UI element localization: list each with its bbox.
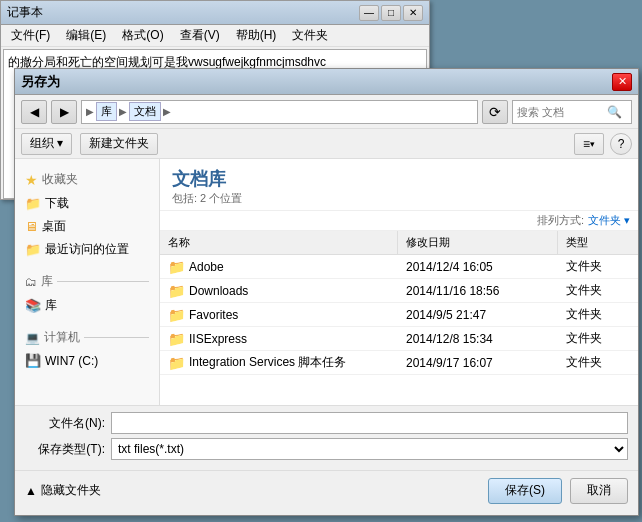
saveas-footer: ▲ 隐藏文件夹 保存(S) 取消 (15, 470, 638, 510)
file-name-cell: 📁 IISExpress (160, 328, 398, 350)
help-btn[interactable]: ? (610, 133, 632, 155)
filetype-select[interactable]: txt files(*.txt) (111, 438, 628, 460)
file-name: Integration Services 脚本任务 (189, 354, 346, 371)
addr-chevron2: ▶ (119, 106, 127, 117)
folder-icon: 📁 (168, 259, 185, 275)
addr-segment-library[interactable]: 库 (96, 102, 117, 121)
filetype-row: 保存类型(T): txt files(*.txt) (25, 438, 628, 460)
saveas-main: ★ 收藏夹 📁 下载 🖥 桌面 📁 最近访问的位置 🗂 (15, 159, 638, 405)
folder-icon: 📁 (168, 331, 185, 347)
forward-btn[interactable]: ▶ (51, 100, 77, 124)
file-date: 2014/12/4 16:05 (406, 260, 493, 274)
saveas-addressbar: ◀ ▶ ▶ 库 ▶ 文档 ▶ ⟳ 🔍 (15, 95, 638, 129)
file-type: 文件夹 (566, 258, 602, 275)
library-section-icon: 🗂 (25, 275, 37, 289)
favorites-header: ★ 收藏夹 (19, 167, 155, 192)
saveas-form: 文件名(N): 保存类型(T): txt files(*.txt) (15, 405, 638, 470)
sidebar-item-library[interactable]: 📚 库 (19, 294, 155, 317)
folder-icon: 📁 (168, 355, 185, 371)
notepad-title: 记事本 (7, 4, 357, 21)
file-type-cell: 文件夹 (558, 327, 638, 350)
folder-icon: 📁 (168, 283, 185, 299)
col-name[interactable]: 名称 (160, 231, 398, 254)
file-name: Downloads (189, 284, 248, 298)
content-title: 文档库 (172, 167, 626, 191)
content-subtitle: 包括: 2 个位置 (172, 191, 626, 206)
notepad-menu-folder[interactable]: 文件夹 (286, 25, 334, 46)
view-btn[interactable]: ≡ ▾ (574, 133, 604, 155)
file-rows-container: 📁 Adobe 2014/12/4 16:05 文件夹 📁 Downloads … (160, 255, 638, 375)
address-path: ▶ 库 ▶ 文档 ▶ (81, 100, 478, 124)
addr-segment-documents[interactable]: 文档 (129, 102, 161, 121)
cancel-btn[interactable]: 取消 (570, 478, 628, 504)
file-date: 2014/12/8 15:34 (406, 332, 493, 346)
notepad-menu-help[interactable]: 帮助(H) (230, 25, 283, 46)
view-icon: ≡ (583, 137, 590, 151)
sort-value[interactable]: 文件夹 ▾ (588, 213, 630, 228)
file-type-cell: 文件夹 (558, 303, 638, 326)
notepad-menu-format[interactable]: 格式(O) (116, 25, 169, 46)
file-date-cell: 2014/9/5 21:47 (398, 305, 558, 325)
file-list: 名称 修改日期 类型 📁 Adobe 2014/12/4 16:05 文件夹 📁… (160, 231, 638, 405)
file-date-cell: 2014/9/17 16:07 (398, 353, 558, 373)
saveas-content: 文档库 包括: 2 个位置 排列方式: 文件夹 ▾ 名称 修改日期 类型 📁 A… (160, 159, 638, 405)
section-line-2 (84, 337, 149, 338)
save-btn[interactable]: 保存(S) (488, 478, 562, 504)
folder-icon-desktop: 🖥 (25, 219, 38, 234)
notepad-maximize-btn[interactable]: □ (381, 5, 401, 21)
sort-bar: 排列方式: 文件夹 ▾ (160, 211, 638, 231)
saveas-titlebar: 另存为 ✕ (15, 69, 638, 95)
col-type[interactable]: 类型 (558, 231, 638, 254)
back-btn[interactable]: ◀ (21, 100, 47, 124)
search-box[interactable]: 🔍 (512, 100, 632, 124)
libraries-group: 🗂 库 📚 库 (19, 269, 155, 317)
file-name-cell: 📁 Integration Services 脚本任务 (160, 351, 398, 374)
saveas-title: 另存为 (21, 73, 612, 91)
saveas-close-btn[interactable]: ✕ (612, 73, 632, 91)
notepad-menu-file[interactable]: 文件(F) (5, 25, 56, 46)
addr-chevron1: ▶ (86, 106, 94, 117)
section-line (57, 281, 149, 282)
file-type-cell: 文件夹 (558, 351, 638, 374)
filename-input[interactable] (111, 412, 628, 434)
file-type: 文件夹 (566, 306, 602, 323)
file-date-cell: 2014/11/16 18:56 (398, 281, 558, 301)
search-input[interactable] (517, 106, 607, 118)
content-header: 文档库 包括: 2 个位置 (160, 159, 638, 211)
table-row[interactable]: 📁 Integration Services 脚本任务 2014/9/17 16… (160, 351, 638, 375)
sidebar-item-recent[interactable]: 📁 最近访问的位置 (19, 238, 155, 261)
hide-folder-btn[interactable]: ▲ 隐藏文件夹 (25, 482, 101, 499)
notepad-menu-view[interactable]: 查看(V) (174, 25, 226, 46)
file-date: 2014/9/17 16:07 (406, 356, 493, 370)
saveas-sidebar: ★ 收藏夹 📁 下载 🖥 桌面 📁 最近访问的位置 🗂 (15, 159, 160, 405)
sidebar-item-download[interactable]: 📁 下载 (19, 192, 155, 215)
computer-icon: 💻 (25, 331, 40, 345)
star-icon: ★ (25, 172, 38, 188)
table-row[interactable]: 📁 IISExpress 2014/12/8 15:34 文件夹 (160, 327, 638, 351)
notepad-minimize-btn[interactable]: — (359, 5, 379, 21)
organize-btn[interactable]: 组织 ▾ (21, 133, 72, 155)
view-dropdown-icon: ▾ (590, 139, 595, 149)
notepad-menu-edit[interactable]: 编辑(E) (60, 25, 112, 46)
libraries-header: 🗂 库 (19, 269, 155, 294)
folder-icon: 📁 (168, 307, 185, 323)
table-row[interactable]: 📁 Adobe 2014/12/4 16:05 文件夹 (160, 255, 638, 279)
folder-icon-library: 📚 (25, 298, 41, 313)
new-folder-btn[interactable]: 新建文件夹 (80, 133, 158, 155)
hide-folder-label: 隐藏文件夹 (41, 482, 101, 499)
refresh-btn[interactable]: ⟳ (482, 100, 508, 124)
notepad-close-btn[interactable]: ✕ (403, 5, 423, 21)
file-date: 2014/9/5 21:47 (406, 308, 486, 322)
sidebar-item-desktop[interactable]: 🖥 桌面 (19, 215, 155, 238)
col-date[interactable]: 修改日期 (398, 231, 558, 254)
file-name: Adobe (189, 260, 224, 274)
table-row[interactable]: 📁 Favorites 2014/9/5 21:47 文件夹 (160, 303, 638, 327)
file-date-cell: 2014/12/4 16:05 (398, 257, 558, 277)
file-date: 2014/11/16 18:56 (406, 284, 499, 298)
file-date-cell: 2014/12/8 15:34 (398, 329, 558, 349)
file-name-cell: 📁 Favorites (160, 304, 398, 326)
file-list-header: 名称 修改日期 类型 (160, 231, 638, 255)
table-row[interactable]: 📁 Downloads 2014/11/16 18:56 文件夹 (160, 279, 638, 303)
sidebar-item-drive-c[interactable]: 💾 WIN7 (C:) (19, 350, 155, 371)
computer-group: 💻 计算机 💾 WIN7 (C:) (19, 325, 155, 371)
